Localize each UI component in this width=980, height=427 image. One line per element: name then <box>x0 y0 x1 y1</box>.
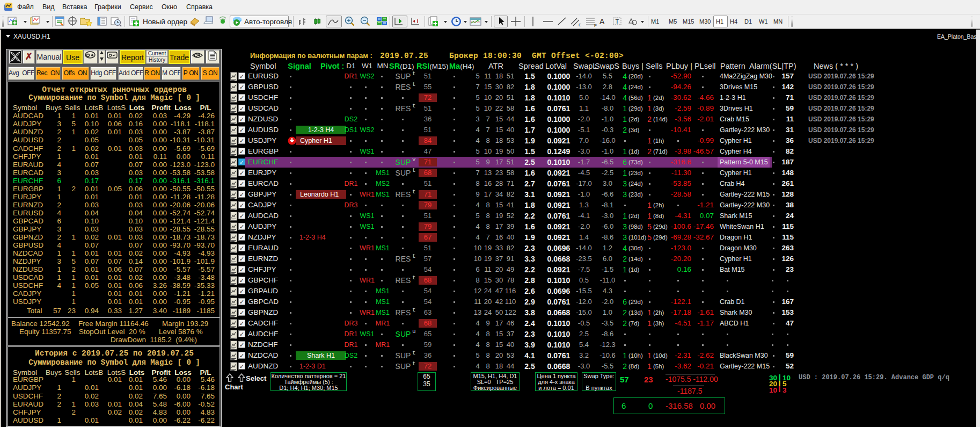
svg-text:E: E <box>579 23 581 27</box>
svg-text:F: F <box>594 23 597 27</box>
svg-text:T: T <box>616 18 619 25</box>
